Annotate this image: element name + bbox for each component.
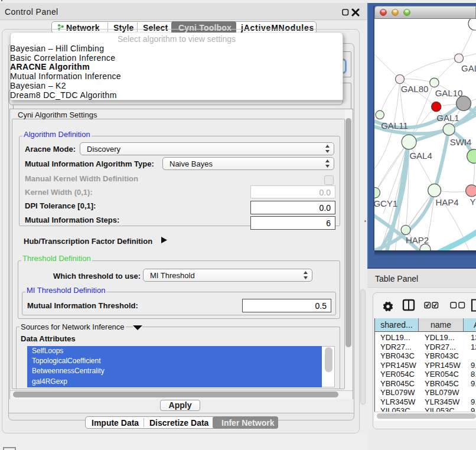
svg-text:GAL1: GAL1 xyxy=(436,113,459,123)
svg-text:GAL11: GAL11 xyxy=(381,120,408,131)
svg-text:Y: Y xyxy=(470,197,475,207)
svg-text:GAL80: GAL80 xyxy=(401,84,429,94)
svg-text:HAP2: HAP2 xyxy=(406,235,429,245)
svg-text:GAL10: GAL10 xyxy=(435,88,463,98)
svg-text:GAL2: GAL2 xyxy=(461,63,476,73)
svg-text:GCY1: GCY1 xyxy=(374,198,397,208)
svg-text:GAL4: GAL4 xyxy=(409,151,432,161)
svg-text:HAP4: HAP4 xyxy=(435,197,458,207)
svg-text:SWI4: SWI4 xyxy=(450,137,472,147)
